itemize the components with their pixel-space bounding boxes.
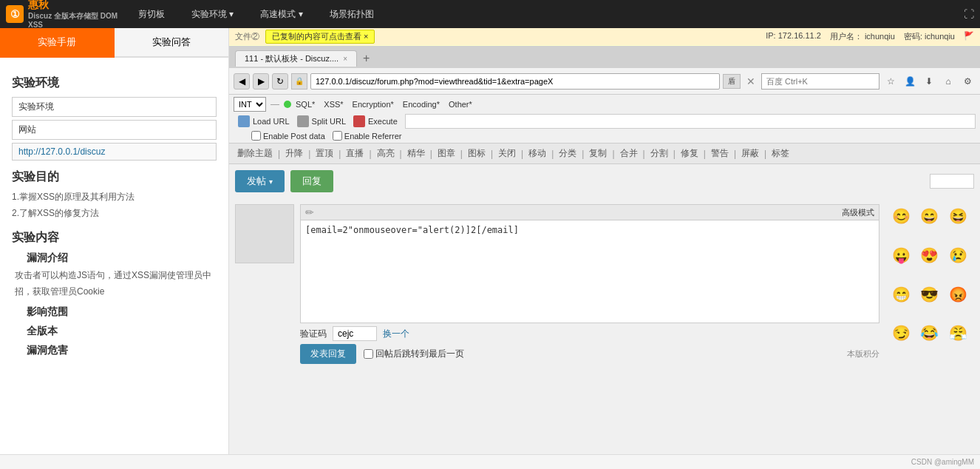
tool-stamp[interactable]: 图章 xyxy=(435,146,457,161)
hackbar-sql[interactable]: SQL* xyxy=(296,100,315,109)
emoji-0[interactable]: 😊 xyxy=(888,207,914,244)
browser-nav: ◀ ▶ ↻ 🔒 盾 ✕ ☆ 👤 ⬇ ⌂ ⚙ xyxy=(229,68,980,95)
menu-speed[interactable]: 高速模式 xyxy=(254,5,308,24)
browser-area: 文件② 已复制的内容可点击查看 × IP: 172.16.11.2 用户名： i… xyxy=(229,28,980,454)
download-icon[interactable]: ⬇ xyxy=(921,73,937,90)
tool-highlight[interactable]: 高亮 xyxy=(375,146,397,161)
split-url-button[interactable]: Split URL xyxy=(297,115,346,127)
captcha-input[interactable] xyxy=(333,326,377,341)
home-icon[interactable]: ⌂ xyxy=(940,73,956,90)
browser-tab-label: 111 - 默认板块 - Discuz.... xyxy=(245,53,338,64)
bookmark-icon[interactable]: ☆ xyxy=(882,73,899,90)
pencil-icon: ✏ xyxy=(305,206,314,218)
version-title: 全版本 xyxy=(12,325,217,338)
settings-icon[interactable]: ⚙ xyxy=(959,73,976,90)
emoji-9[interactable]: 😏 xyxy=(888,324,914,361)
notif-bar: 文件② 已复制的内容可点击查看 × IP: 172.16.11.2 用户名： i… xyxy=(229,28,980,46)
enable-post-checkbox[interactable]: Enable Post data xyxy=(251,131,325,141)
close-tab-icon[interactable]: × xyxy=(343,55,347,63)
reply-button[interactable]: 回复 xyxy=(290,170,333,192)
forward-button[interactable]: ▶ xyxy=(253,73,269,90)
editor-section: ✏ 高级模式 [email=2"onmouseover="alert(2)]2[… xyxy=(229,198,980,370)
menu-clipboard[interactable]: 剪切板 xyxy=(132,5,171,24)
env-item-url[interactable]: http://127.0.0.1/discuz xyxy=(12,143,217,161)
hackbar-status-dot xyxy=(284,101,291,108)
emoji-7[interactable]: 😎 xyxy=(916,286,942,323)
emoji-2[interactable]: 😆 xyxy=(945,207,971,244)
user-icon[interactable]: 👤 xyxy=(902,73,918,90)
hackbar-encoding[interactable]: Encoding* xyxy=(403,100,440,109)
hackbar-other[interactable]: Other* xyxy=(449,100,472,109)
browser-tab-active[interactable]: 111 - 默认板块 - Discuz.... × xyxy=(235,50,357,67)
tool-repair[interactable]: 修复 xyxy=(678,146,701,161)
browser-tabs: 111 - 默认板块 - Discuz.... × + xyxy=(229,46,980,68)
tool-upgrade[interactable]: 升降 xyxy=(283,146,305,161)
refresh-button[interactable]: ↻ xyxy=(272,73,288,90)
sidebar-content: 实验环境 实验环境 网站 http://127.0.0.1/discuz 实验目… xyxy=(0,58,228,369)
tool-close[interactable]: 关闭 xyxy=(496,146,518,161)
close-nav-icon[interactable]: ✕ xyxy=(743,75,758,87)
tool-block[interactable]: 屏蔽 xyxy=(739,146,761,161)
back-button[interactable]: ◀ xyxy=(234,73,250,90)
tool-merge[interactable]: 合并 xyxy=(618,146,640,161)
search-input[interactable] xyxy=(761,73,879,90)
env-item-site[interactable]: 网站 xyxy=(12,120,217,140)
tool-category[interactable]: 分类 xyxy=(557,146,579,161)
hackbar-encryption[interactable]: Encryption* xyxy=(353,100,394,109)
emoji-10[interactable]: 😂 xyxy=(916,324,942,361)
submit-reply-button[interactable]: 发表回复 xyxy=(300,344,356,364)
tool-split[interactable]: 分割 xyxy=(648,146,670,161)
hackbar-type-select[interactable]: INT xyxy=(234,97,266,112)
address-bar[interactable] xyxy=(310,73,720,90)
new-tab-button[interactable]: + xyxy=(357,52,375,65)
emoji-11[interactable]: 😤 xyxy=(945,324,971,361)
post-search-input[interactable] xyxy=(930,174,974,189)
hackbar-row3: Enable Post data Enable Referrer xyxy=(234,131,976,141)
user-avatar xyxy=(235,204,294,263)
editor-textarea[interactable]: [email=2"onmouseover="alert(2)]2[/email] xyxy=(300,220,879,323)
emoji-4[interactable]: 😍 xyxy=(916,246,942,283)
scope-title: 影响范围 xyxy=(12,306,217,319)
post-new-button[interactable]: 发帖 ▾ xyxy=(235,170,285,192)
tool-icon[interactable]: 图标 xyxy=(466,146,488,161)
load-url-icon xyxy=(238,115,250,127)
menu-env[interactable]: 实验环境 xyxy=(186,5,239,24)
emoji-6[interactable]: 😁 xyxy=(888,286,914,323)
editor-mode-label[interactable]: 高级模式 xyxy=(842,207,874,218)
hackbar-row1: INT — SQL* XSS* Encryption* Encoding* Ot… xyxy=(234,97,976,112)
emoji-3[interactable]: 😛 xyxy=(888,246,914,283)
ip-info: IP: 172.16.11.2 xyxy=(766,31,821,42)
execute-icon xyxy=(353,115,365,127)
hackbar-url-input[interactable] xyxy=(405,114,976,129)
tool-elite[interactable]: 精华 xyxy=(405,146,427,161)
execute-button[interactable]: Execute xyxy=(353,115,398,127)
shield-button[interactable]: 盾 xyxy=(723,74,741,89)
hackbar-xss[interactable]: XSS* xyxy=(324,100,343,109)
tab-manual[interactable]: 实验手册 xyxy=(0,28,115,58)
menu-topology[interactable]: 场景拓扑图 xyxy=(324,5,380,24)
emoji-1[interactable]: 😄 xyxy=(916,207,942,244)
tool-warn[interactable]: 警告 xyxy=(709,146,731,161)
tool-copy[interactable]: 复制 xyxy=(587,146,609,161)
tool-delete[interactable]: 删除主题 xyxy=(235,146,275,161)
captcha-refresh[interactable]: 换一个 xyxy=(383,328,409,340)
post-buttons-bar: 发帖 ▾ 回复 xyxy=(229,164,980,198)
flag-icon: 🚩 xyxy=(964,31,974,42)
vuln-intro-body: 攻击者可以构造JS语句，通过XSS漏洞使管理员中招，获取管理员Cookie xyxy=(12,268,217,300)
emoji-5[interactable]: 😢 xyxy=(945,246,971,283)
tool-tag[interactable]: 标签 xyxy=(769,146,792,161)
fullscreen-button[interactable]: ⛶ xyxy=(964,8,974,20)
jump-to-last-checkbox[interactable]: 回帖后跳转到最后一页 xyxy=(364,348,464,360)
tool-move[interactable]: 移动 xyxy=(526,146,548,161)
copy-notice[interactable]: 已复制的内容可点击查看 × xyxy=(265,30,375,44)
emoji-8[interactable]: 😡 xyxy=(945,286,971,323)
env-section-title: 实验环境 xyxy=(12,75,217,91)
captcha-row: 验证码 换一个 xyxy=(300,323,879,344)
env-item-env[interactable]: 实验环境 xyxy=(12,97,217,117)
tool-top[interactable]: 置顶 xyxy=(313,146,336,161)
tool-live[interactable]: 直播 xyxy=(344,146,366,161)
load-url-button[interactable]: Load URL xyxy=(238,115,290,127)
enable-referrer-checkbox[interactable]: Enable Referrer xyxy=(333,131,402,141)
tab-qa[interactable]: 实验问答 xyxy=(115,28,229,58)
file-label: 文件② xyxy=(235,31,259,42)
